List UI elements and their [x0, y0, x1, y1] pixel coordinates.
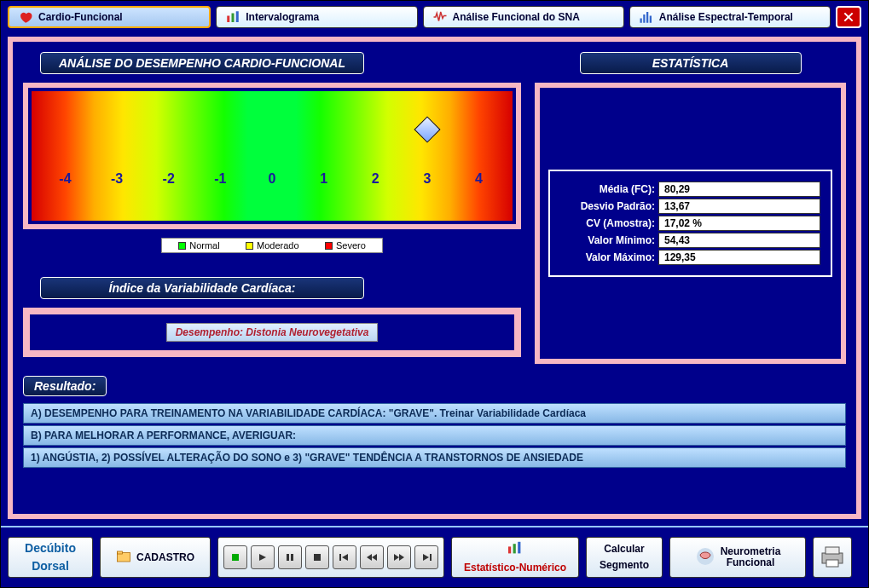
cadastro-button[interactable]: CADASTRO	[100, 537, 211, 578]
result-row[interactable]: B) PARA MELHORAR A PERFORMANCE, AVERIGUA…	[23, 425, 846, 446]
print-button[interactable]	[813, 537, 852, 578]
stat-value-desvio: 13,67	[658, 199, 820, 214]
decubito-button[interactable]: Decúbito Dorsal	[8, 537, 93, 578]
fast-forward-button[interactable]	[387, 545, 411, 569]
svg-rect-21	[430, 554, 432, 561]
spectrum-panel: -4 -3 -2 -1 0 1 2 3 4	[23, 83, 521, 229]
legend-label: Moderado	[257, 240, 299, 251]
folder-icon	[116, 549, 131, 567]
svg-rect-12	[291, 554, 293, 561]
performance-panel: Desempenho: Distonia Neurovegetativa	[23, 308, 521, 357]
skip-first-button[interactable]	[333, 545, 356, 569]
stat-label-min: Valor Mínimo:	[560, 234, 658, 246]
legend-label: Severo	[336, 240, 366, 251]
svg-marker-16	[367, 554, 372, 561]
svg-rect-28	[826, 560, 838, 567]
svg-rect-2	[236, 11, 239, 22]
svg-rect-27	[826, 547, 839, 554]
button-line: Funcional	[721, 557, 781, 568]
bar-chart-icon	[225, 9, 240, 25]
resultado-header: Resultado:	[23, 376, 107, 396]
button-line: Dorsal	[32, 560, 69, 573]
svg-marker-20	[423, 554, 429, 561]
stat-value-max: 129,35	[658, 250, 820, 265]
svg-marker-18	[394, 554, 399, 561]
svg-rect-13	[314, 554, 321, 561]
result-row[interactable]: A) DESEMPENHO PARA TREINAMENTO NA VARIAB…	[23, 403, 846, 424]
svg-marker-17	[372, 554, 377, 561]
svg-rect-5	[646, 12, 648, 23]
tab-analise-espectral[interactable]: Análise Espectral-Temporal	[629, 6, 831, 28]
spectrum-tick: -4	[59, 171, 71, 187]
stop-button[interactable]	[305, 545, 329, 569]
calcular-segmento-button[interactable]: Calcular Segmento	[586, 537, 663, 578]
pause-button[interactable]	[278, 545, 302, 569]
svg-rect-1	[232, 14, 235, 23]
svg-rect-22	[508, 546, 511, 553]
legend: Normal Moderado Severo	[161, 238, 383, 253]
tab-intervalograma[interactable]: Intervalograma	[216, 6, 417, 28]
printer-icon	[819, 545, 846, 571]
stat-value-cv: 17,02 %	[658, 216, 820, 231]
legend-severo: Severo	[325, 240, 366, 251]
svg-rect-11	[287, 554, 289, 561]
result-row[interactable]: 1) ANGÚSTIA, 2) POSSÍVEL ALTERAÇÃO DO SO…	[23, 447, 846, 468]
main-panel: ANÁLISE DO DESEMPENHO CARDIO-FUNCIONAL -…	[8, 37, 861, 519]
stat-label-desvio: Desvio Padrão:	[560, 200, 658, 212]
close-button[interactable]	[836, 6, 861, 28]
estatistico-button[interactable]: Estatístico-Numérico	[451, 537, 579, 578]
spectrum-tick: -1	[214, 171, 226, 187]
legend-normal: Normal	[178, 240, 219, 251]
legend-label: Normal	[189, 240, 219, 251]
rewind-button[interactable]	[360, 545, 384, 569]
square-icon	[246, 242, 253, 250]
result-list: A) DESEMPENHO PARA TREINAMENTO NA VARIAB…	[23, 403, 846, 468]
svg-rect-14	[339, 554, 341, 561]
spectrum-scale: -4 -3 -2 -1 0 1 2 3 4	[32, 91, 513, 221]
neurometria-button[interactable]: Neurometria Funcional	[669, 537, 806, 578]
tab-cardio-funcional[interactable]: Cardio-Funcional	[8, 6, 211, 28]
play-forward-button[interactable]	[251, 545, 275, 569]
square-icon	[178, 242, 186, 250]
bottom-toolbar: Decúbito Dorsal CADASTRO Estatístico-Num…	[1, 526, 868, 587]
button-line: Decúbito	[25, 542, 76, 555]
tab-label: Análise Funcional do SNA	[453, 11, 580, 23]
spectrum-tick: -2	[163, 171, 175, 187]
tab-analise-sna[interactable]: Análise Funcional do SNA	[423, 6, 624, 28]
spectrum-marker	[414, 116, 440, 142]
button-label: CADASTRO	[136, 551, 194, 563]
waveform-icon	[432, 9, 448, 25]
tab-label: Cardio-Funcional	[38, 11, 123, 23]
svg-marker-15	[342, 554, 348, 561]
stat-label-max: Valor Máximo:	[560, 251, 658, 263]
stats-panel: Média (FC):80,29 Desvio Padrão:13,67 CV …	[535, 83, 846, 364]
right-section-header: ESTATÍSTICA	[580, 52, 802, 74]
svg-rect-6	[650, 16, 652, 23]
svg-marker-19	[399, 554, 404, 561]
stat-value-min: 54,43	[658, 233, 820, 248]
tab-label: Análise Espectral-Temporal	[659, 11, 793, 23]
svg-rect-4	[643, 14, 645, 23]
close-icon	[842, 10, 855, 24]
play-button[interactable]	[223, 545, 247, 569]
svg-rect-0	[228, 16, 230, 23]
skip-last-button[interactable]	[414, 545, 438, 569]
stat-value-media: 80,29	[658, 182, 820, 197]
spectrum-tick: -3	[111, 171, 123, 187]
ivc-header: Índice da Variabilidade Cardíaca:	[40, 277, 364, 299]
svg-rect-3	[640, 19, 641, 23]
spectrum-tick: 1	[320, 171, 327, 187]
square-icon	[325, 242, 333, 250]
brain-icon	[695, 546, 715, 569]
spectrum-icon	[639, 9, 654, 25]
stat-label-cv: CV (Amostra):	[560, 217, 658, 229]
svg-rect-24	[518, 542, 520, 554]
svg-rect-8	[118, 551, 123, 554]
spectrum-tick: 3	[423, 171, 431, 187]
spectrum-tick: 2	[372, 171, 379, 187]
tab-bar: Cardio-Funcional Intervalograma Análise …	[1, 1, 868, 33]
button-label: Estatístico-Numérico	[464, 562, 566, 574]
svg-marker-10	[259, 554, 266, 561]
transport-controls	[217, 537, 444, 578]
heart-icon	[18, 9, 33, 25]
